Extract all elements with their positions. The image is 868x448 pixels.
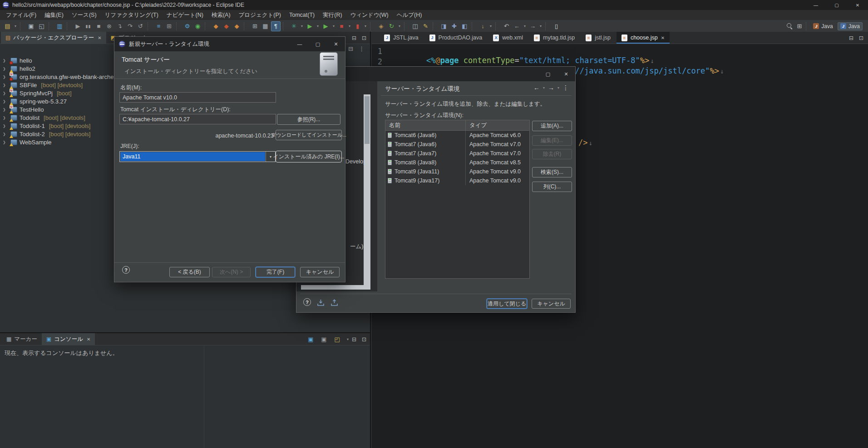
step-over-icon[interactable]: ↷ [125, 21, 135, 31]
back-icon[interactable]: ← [512, 21, 522, 31]
menu-item[interactable]: ソース(S) [68, 10, 101, 20]
menu-item[interactable]: 実行(R) [319, 10, 346, 20]
columns-button[interactable]: 列(C)... [532, 182, 572, 192]
table-row[interactable]: Tomcat9 (Java17) Apache Tomcat v9.0 [385, 176, 529, 185]
show-table-icon[interactable]: ▦ [261, 21, 270, 31]
maximize-button[interactable]: ▢ [309, 37, 327, 51]
chevron-down-icon[interactable]: ▾ [363, 21, 368, 31]
separator[interactable] [433, 22, 437, 30]
apply-and-close-button[interactable]: 適用して閉じる [487, 299, 527, 309]
show-view-icon[interactable]: ≡ [154, 21, 163, 31]
expand-chevron-icon[interactable]: ❯ [3, 99, 8, 103]
expand-chevron-icon[interactable]: ❯ [3, 59, 8, 63]
terminate-icon[interactable]: ■ [337, 21, 346, 31]
add-button[interactable]: 追加(A)... [532, 121, 572, 131]
back-icon[interactable]: ← [533, 84, 540, 91]
column-header-name[interactable]: 名前 [385, 120, 466, 130]
remove-button[interactable]: 除去(R) [532, 149, 572, 159]
new-document-icon[interactable]: ▯ [552, 21, 561, 31]
separator[interactable] [176, 22, 180, 30]
close-button[interactable]: ✕ [557, 67, 575, 81]
disconnect-icon[interactable]: ⊗ [104, 21, 114, 31]
separator[interactable] [283, 22, 287, 30]
close-icon[interactable]: ✕ [661, 35, 665, 40]
splitter[interactable] [204, 346, 204, 448]
chevron-down-icon[interactable]: ▾ [488, 21, 493, 31]
new-console-view-icon[interactable]: ◰ [332, 335, 342, 345]
editor-tab[interactable]: web.xml ✕ [488, 32, 528, 44]
step-into-icon[interactable]: ↴ [115, 21, 124, 31]
next-button[interactable]: 次へ(N) > [212, 267, 251, 277]
close-button[interactable]: ✕ [327, 37, 345, 51]
finish-button[interactable]: 完了(F) [256, 267, 295, 277]
preferences-tree-hscrollbar[interactable] [301, 285, 370, 290]
chevron-down-icon[interactable]: ▾ [300, 21, 304, 31]
installed-jres-button[interactable]: インストール済みの JRE(I)... [276, 151, 342, 162]
chevron-down-icon[interactable]: ▾ [397, 21, 402, 31]
maximize-panel-icon[interactable]: ⊡ [362, 336, 366, 343]
expand-chevron-icon[interactable]: ❯ [3, 108, 8, 112]
edit-button[interactable]: 編集(E)... [532, 135, 572, 146]
open-perspective-icon[interactable]: ⊞ [797, 23, 802, 30]
separator[interactable] [205, 22, 209, 30]
maximize-panel-icon[interactable]: ⊡ [362, 35, 366, 41]
open-type-icon[interactable]: ◫ [410, 21, 420, 31]
expand-chevron-icon[interactable]: ❯ [3, 140, 8, 144]
menu-item[interactable]: リファクタリング(T) [101, 10, 163, 20]
search-button[interactable]: 検索(S)... [532, 167, 572, 177]
new-file-icon[interactable]: ⊞ [250, 21, 260, 31]
close-button[interactable]: ✕ [847, 0, 868, 10]
install-dir-input[interactable] [119, 114, 276, 124]
minimize-panel-icon[interactable]: ⊟ [849, 35, 853, 41]
maximize-panel-icon[interactable]: ⊡ [859, 35, 863, 41]
chevron-down-icon[interactable]: ▾ [543, 86, 545, 90]
table-row[interactable]: Tomcat6 (Java6) Apache Tomcat v6.0 [385, 131, 529, 140]
stop-icon[interactable]: ■ [94, 21, 104, 31]
pause-icon[interactable]: ▮▮ [84, 21, 93, 31]
cancel-button[interactable]: キャンセル [300, 267, 340, 277]
editor-tab[interactable]: mytag.tld.jsp ✕ [529, 32, 580, 44]
chevron-down-icon[interactable]: ▾ [557, 86, 559, 90]
collapse-all-icon[interactable]: ⊟ [348, 45, 353, 52]
view-tab[interactable]: ▦ マーカー ✕ [2, 333, 42, 345]
help-icon[interactable]: ? [303, 298, 311, 306]
table-row[interactable]: Tomcat8 (Java8) Apache Tomcat v8.5 [385, 158, 529, 167]
separator[interactable] [49, 22, 53, 30]
editor-tab[interactable]: jstl.jsp ✕ [581, 32, 616, 44]
chevron-down-icon[interactable]: ▾ [316, 21, 320, 31]
menu-item[interactable]: 編集(E) [40, 10, 68, 20]
search-icon[interactable] [787, 23, 793, 29]
table-row[interactable]: Tomcat9 (Java11) Apache Tomcat v9.0 [385, 167, 529, 176]
minimize-button[interactable]: — [291, 37, 309, 51]
minimize-button[interactable]: — [805, 0, 826, 10]
back-button[interactable]: < 戻る(B) [169, 267, 210, 277]
table-row[interactable]: Tomcat7 (Java6) Apache Tomcat v7.0 [385, 140, 529, 149]
forward-icon[interactable]: → [528, 21, 538, 31]
separator[interactable] [545, 22, 549, 30]
last-edit-icon[interactable]: ↶ [502, 21, 511, 31]
view-menu-icon[interactable]: ⋮ [562, 84, 569, 91]
perspective-button[interactable]: J Java [838, 22, 863, 30]
show-whitespace-icon[interactable]: ¶ [271, 21, 281, 31]
separator[interactable] [148, 22, 152, 30]
save-all-icon[interactable]: ◱ [37, 21, 46, 31]
close-icon[interactable]: ✕ [87, 337, 90, 342]
menu-item[interactable]: プロジェクト(P) [235, 10, 285, 20]
browse-button[interactable]: 参照(R)... [277, 114, 340, 125]
help-icon[interactable]: ? [122, 266, 130, 274]
editor-tab[interactable]: choose.jsp ✕ [616, 32, 670, 44]
run-external-icon[interactable]: ▶ [321, 21, 330, 31]
annotate-icon[interactable]: ✎ [421, 21, 430, 31]
pin-view-icon[interactable]: ⊞ [164, 21, 174, 31]
menu-item[interactable]: ヘルプ(H) [393, 10, 426, 20]
name-input[interactable] [119, 92, 276, 103]
menu-item[interactable]: ナビゲート(N) [163, 10, 207, 20]
maximize-button[interactable]: ▢ [826, 0, 847, 10]
separator[interactable] [404, 22, 408, 30]
toggle-mark-icon[interactable]: ◨ [439, 21, 449, 31]
view-menu-icon[interactable]: ⋮ [359, 45, 365, 52]
editor-tab[interactable]: ProductDAO.java ✕ [424, 32, 488, 44]
expand-chevron-icon[interactable]: ❯ [3, 67, 8, 71]
chevron-down-icon[interactable]: ▾ [331, 21, 336, 31]
separator[interactable] [244, 22, 248, 30]
